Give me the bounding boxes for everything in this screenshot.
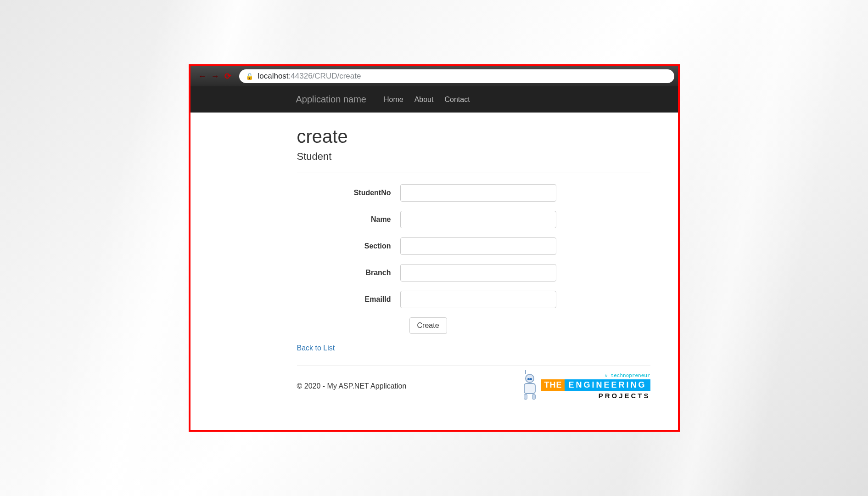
submit-row: Create — [297, 317, 650, 334]
divider — [297, 173, 650, 173]
label-emailid: EmailId — [297, 295, 400, 304]
form-row-section: Section — [297, 237, 650, 255]
input-branch[interactable] — [400, 264, 556, 282]
url-text: localhost:44326/CRUD/create — [258, 72, 361, 81]
footer-divider — [297, 365, 650, 366]
page-title: create — [297, 126, 650, 147]
address-bar[interactable]: 🔒 localhost:44326/CRUD/create — [239, 69, 674, 83]
back-to-list-link[interactable]: Back to List — [297, 344, 335, 352]
lock-icon: 🔒 — [246, 73, 253, 80]
url-path: :44326/CRUD/create — [289, 72, 361, 80]
app-frame: ← → ⟳ 🔒 localhost:44326/CRUD/create Appl… — [189, 64, 680, 432]
page-content: create Student StudentNo Name Section Br… — [190, 113, 678, 409]
input-studentno[interactable] — [400, 184, 556, 202]
browser-nav-buttons: ← → ⟳ — [194, 71, 236, 82]
url-host: localhost — [258, 72, 289, 80]
logo-part-engineering: ENGINEERING — [565, 379, 650, 391]
forward-icon[interactable]: → — [210, 71, 221, 82]
nav-link-about[interactable]: About — [414, 96, 434, 104]
copyright-text: © 2020 - My ASP.NET Application — [297, 382, 407, 390]
logo-text: # technopreneur THE ENGINEERING PROJECTS — [541, 373, 650, 400]
form-row-name: Name — [297, 211, 650, 228]
robot-icon — [521, 374, 538, 400]
site-logo: # technopreneur THE ENGINEERING PROJECTS — [521, 373, 650, 400]
label-section: Section — [297, 242, 400, 250]
browser-toolbar: ← → ⟳ 🔒 localhost:44326/CRUD/create — [190, 66, 678, 86]
page-subtitle: Student — [297, 151, 650, 163]
form-row-branch: Branch — [297, 264, 650, 282]
label-branch: Branch — [297, 269, 400, 277]
label-studentno: StudentNo — [297, 189, 400, 197]
create-button[interactable]: Create — [409, 317, 447, 334]
navbar-brand[interactable]: Application name — [296, 94, 366, 105]
input-emailid[interactable] — [400, 291, 556, 308]
form-row-emailid: EmailId — [297, 291, 650, 308]
navbar: Application name Home About Contact — [190, 86, 678, 113]
logo-part-the: THE — [541, 379, 565, 391]
input-section[interactable] — [400, 237, 556, 255]
label-name: Name — [297, 215, 400, 224]
logo-part-projects: PROJECTS — [599, 392, 650, 400]
back-icon[interactable]: ← — [197, 71, 208, 82]
footer: © 2020 - My ASP.NET Application # techno… — [297, 373, 650, 400]
reload-icon[interactable]: ⟳ — [223, 71, 234, 82]
nav-link-contact[interactable]: Contact — [444, 96, 470, 104]
input-name[interactable] — [400, 211, 556, 228]
form-row-studentno: StudentNo — [297, 184, 650, 202]
nav-link-home[interactable]: Home — [384, 96, 403, 104]
logo-tagline: # technopreneur — [605, 373, 650, 378]
